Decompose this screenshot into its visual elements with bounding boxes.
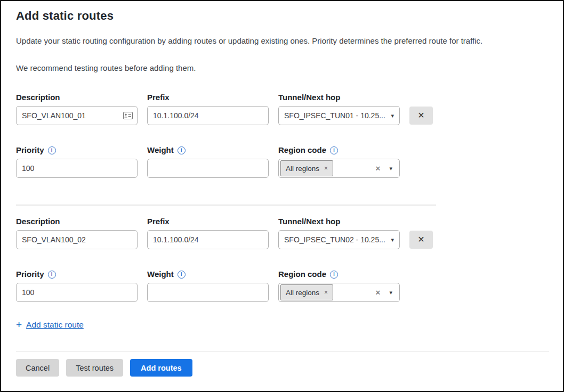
chevron-down-icon: ▾ <box>391 113 394 119</box>
chip-remove-icon[interactable]: × <box>324 165 328 172</box>
region-field-1: Region code i All regions × ✕ ▾ <box>278 146 400 178</box>
priority-input[interactable] <box>16 283 138 302</box>
description-label: Description <box>16 93 138 102</box>
clear-icon[interactable]: ✕ <box>375 289 381 296</box>
add-routes-button[interactable]: Add routes <box>130 359 192 377</box>
prefix-field-1: Prefix <box>147 93 269 125</box>
tunnel-select[interactable]: SFO_IPSEC_TUN01 - 10.25... ▾ <box>278 106 400 125</box>
page-title: Add static routes <box>16 9 548 23</box>
priority-label: Priority <box>16 270 44 279</box>
prefix-field-2: Prefix <box>147 217 269 249</box>
tunnel-field-2: Tunnel/Next hop SFO_IPSEC_TUN02 - 10.25.… <box>278 217 400 249</box>
description-input[interactable] <box>16 106 138 125</box>
weight-field-1: Weight i <box>147 146 269 178</box>
region-chip-label: All regions <box>286 165 319 173</box>
region-field-2: Region code i All regions × ✕ ▾ <box>278 270 400 302</box>
route-divider <box>16 205 436 206</box>
prefix-input[interactable] <box>147 106 269 125</box>
delete-route-button[interactable]: ✕ <box>409 231 433 249</box>
route-block-1: Description Prefix <box>16 93 548 178</box>
info-icon[interactable]: i <box>178 146 186 154</box>
route-block-2: Description Prefix Tunnel/Next hop SFO_I… <box>16 217 548 302</box>
region-label: Region code <box>278 146 326 154</box>
intro-text: Update your static routing configuration… <box>16 36 548 46</box>
info-icon[interactable]: i <box>48 271 56 279</box>
dialog-footer: Cancel Test routes Add routes <box>16 352 548 377</box>
region-chip[interactable]: All regions × <box>280 160 333 176</box>
cancel-button[interactable]: Cancel <box>16 359 59 377</box>
region-select[interactable]: All regions × ✕ ▾ <box>278 283 400 302</box>
plus-icon: + <box>16 320 22 330</box>
prefix-label: Prefix <box>147 93 269 102</box>
chip-remove-icon[interactable]: × <box>324 289 328 296</box>
tunnel-field-1: Tunnel/Next hop SFO_IPSEC_TUN01 - 10.25.… <box>278 93 400 125</box>
priority-label: Priority <box>16 146 44 154</box>
delete-route-button[interactable]: ✕ <box>409 107 433 125</box>
prefix-label: Prefix <box>147 217 269 226</box>
weight-label: Weight <box>147 146 174 154</box>
tunnel-select-value: SFO_IPSEC_TUN01 - 10.25... <box>284 111 386 120</box>
priority-input[interactable] <box>16 159 138 178</box>
description-label: Description <box>16 217 138 226</box>
priority-field-2: Priority i <box>16 270 138 302</box>
chevron-down-icon[interactable]: ▾ <box>389 290 392 296</box>
tunnel-label: Tunnel/Next hop <box>278 217 400 226</box>
info-icon[interactable]: i <box>330 271 338 279</box>
info-icon[interactable]: i <box>48 146 56 154</box>
clear-icon[interactable]: ✕ <box>375 165 381 172</box>
region-chip[interactable]: All regions × <box>280 284 333 300</box>
description-field-1: Description <box>16 93 138 125</box>
test-routes-button[interactable]: Test routes <box>66 359 123 377</box>
tunnel-select-value: SFO_IPSEC_TUN02 - 10.25... <box>284 235 386 244</box>
weight-field-2: Weight i <box>147 270 269 302</box>
add-static-routes-dialog: Add static routes Update your static rou… <box>0 0 564 377</box>
add-static-route-row: + Add static route <box>16 320 548 330</box>
add-static-route-link[interactable]: Add static route <box>26 320 84 330</box>
region-select[interactable]: All regions × ✕ ▾ <box>278 159 400 178</box>
priority-field-1: Priority i <box>16 146 138 178</box>
recommendation-text: We recommend testing routes before addin… <box>16 63 548 74</box>
weight-label: Weight <box>147 270 174 279</box>
weight-input[interactable] <box>147 159 269 178</box>
region-label: Region code <box>278 270 326 279</box>
prefix-input[interactable] <box>147 230 269 249</box>
tunnel-label: Tunnel/Next hop <box>278 93 400 102</box>
chevron-down-icon: ▾ <box>391 237 394 243</box>
region-chip-label: All regions <box>286 289 319 297</box>
info-icon[interactable]: i <box>178 271 186 279</box>
chevron-down-icon[interactable]: ▾ <box>389 166 392 172</box>
weight-input[interactable] <box>147 283 269 302</box>
footer-divider <box>16 352 549 352</box>
description-field-2: Description <box>16 217 138 249</box>
tunnel-select[interactable]: SFO_IPSEC_TUN02 - 10.25... ▾ <box>278 230 400 249</box>
info-icon[interactable]: i <box>330 146 338 154</box>
description-input[interactable] <box>16 230 138 249</box>
contact-card-icon <box>123 112 133 119</box>
